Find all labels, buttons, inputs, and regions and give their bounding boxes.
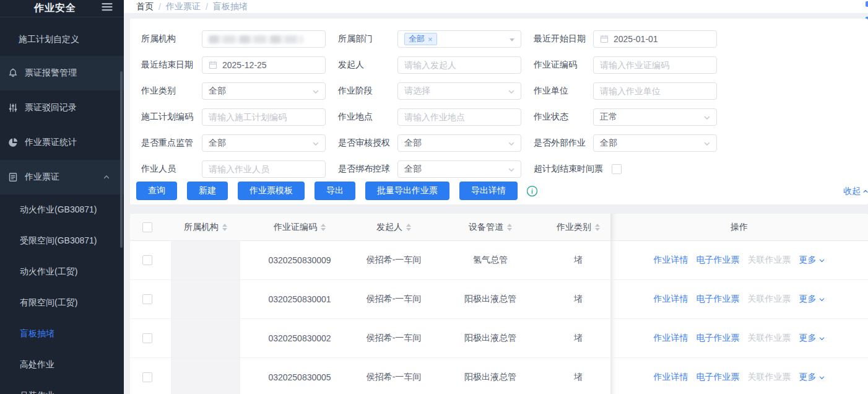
row-checkbox[interactable]	[142, 333, 152, 343]
plan-code-label: 施工计划编码	[141, 112, 202, 123]
sidebar-item-ticket-reject-log[interactable]: 票证驳回记录	[0, 90, 124, 125]
create-button[interactable]: 新建	[187, 182, 228, 200]
work-type-select[interactable]: 全部	[202, 82, 326, 100]
initiator-cell: 侯招希-一车间	[353, 280, 435, 318]
breadcrumb: 首页 / 作业票证 / 盲板抽堵	[124, 0, 868, 13]
header-org[interactable]: 所属机构	[165, 214, 246, 240]
sort-icon[interactable]	[406, 224, 411, 231]
work-detail-link[interactable]: 作业详情	[654, 333, 688, 344]
export-button[interactable]: 导出	[315, 182, 355, 200]
initiator-cell: 侯招希-一车间	[353, 241, 435, 279]
header-pipeline[interactable]: 设备管道	[435, 214, 546, 240]
work-detail-link[interactable]: 作业详情	[654, 372, 688, 383]
linked-ticket-link: 关联作业票	[748, 294, 791, 305]
sidebar-item-hot-work-gb[interactable]: 动火作业(GB30871)	[0, 195, 124, 225]
row-checkbox[interactable]	[142, 255, 152, 265]
results-table: 所属机构 作业证编码 发起人 设备管道 作业类别 操作 032025083000…	[130, 214, 868, 394]
more-link[interactable]: 更多	[799, 294, 825, 305]
dropdown-arrow-icon	[510, 38, 514, 42]
header-permit-code[interactable]: 作业证编码	[246, 214, 353, 240]
plan-code-input[interactable]	[202, 108, 326, 126]
sidebar-item-confined-space-gb[interactable]: 受限空间(GB30871)	[0, 225, 124, 256]
filter-panel: 所属机构 最近结束日期 2025-12-25 作业类别 全部 施工计划编码	[130, 19, 868, 204]
breadcrumb-work-tickets[interactable]: 作业票证	[166, 1, 201, 12]
e-ticket-link[interactable]: 电子作业票	[697, 372, 740, 383]
ticket-template-button[interactable]: 作业票模板	[238, 182, 305, 200]
e-ticket-link[interactable]: 电子作业票	[697, 255, 740, 266]
sort-icon[interactable]	[595, 224, 600, 231]
pipeline-cell: 氢气总管	[435, 241, 546, 279]
breadcrumb-blind-plate[interactable]: 盲板抽堵	[213, 1, 248, 12]
sidebar-scrollbar[interactable]	[120, 71, 123, 248]
sidebar-item-lifting-work[interactable]: 吊装作业	[0, 380, 124, 394]
work-status-select[interactable]: 正常	[593, 108, 717, 126]
external-work-select[interactable]: 全部	[593, 134, 717, 152]
work-type-cell: 堵	[546, 280, 610, 318]
select-all-checkbox[interactable]	[142, 222, 152, 232]
work-detail-link[interactable]: 作业详情	[654, 294, 688, 305]
permit-code-cell: 0320250830002	[246, 319, 353, 357]
hamburger-menu-icon[interactable]	[101, 1, 113, 13]
pipeline-cell: 阳极出液总管	[435, 280, 546, 318]
audit-auth-select[interactable]: 全部	[397, 134, 521, 152]
dept-label: 所属部门	[338, 33, 397, 45]
more-link[interactable]: 更多	[799, 372, 825, 383]
table-header-row: 所属机构 作业证编码 发起人 设备管道 作业类别 操作	[130, 214, 868, 241]
workers-label: 作业人员	[141, 164, 202, 175]
sidebar-item-ticket-statistics[interactable]: 作业票证统计	[0, 125, 124, 160]
end-date-picker[interactable]: 2025-12-25	[202, 56, 326, 74]
work-location-input[interactable]	[397, 108, 521, 126]
header-initiator[interactable]: 发起人	[353, 214, 435, 240]
start-date-label: 最近开始日期	[534, 33, 593, 45]
work-type-cell: 堵	[546, 319, 610, 357]
more-link[interactable]: 更多	[799, 333, 825, 344]
redacted-org	[171, 241, 240, 279]
sort-icon[interactable]	[222, 224, 227, 231]
sidebar-item-blind-plate[interactable]: 盲板抽堵	[0, 318, 124, 349]
org-input[interactable]	[202, 30, 326, 48]
breadcrumb-home[interactable]: 首页	[136, 1, 154, 12]
sidebar-item-limited-space-trade[interactable]: 有限空间(工贸)	[0, 287, 124, 318]
pipeline-cell: 阳极出液总管	[435, 358, 546, 394]
row-checkbox[interactable]	[142, 372, 152, 382]
redacted-org	[171, 358, 240, 394]
dept-multiselect[interactable]: 全部 ×	[397, 30, 521, 48]
info-icon[interactable]	[526, 185, 538, 197]
chevron-down-icon	[508, 166, 515, 173]
sort-icon[interactable]	[507, 224, 512, 231]
collapse-filters-link[interactable]: 收起	[843, 186, 863, 197]
sidebar-item-ticket-alarm[interactable]: 票证报警管理	[0, 56, 124, 90]
export-detail-button[interactable]: 导出详情	[459, 182, 518, 200]
overdue-checkbox[interactable]	[612, 164, 622, 174]
sidebar-item-hot-work-trade[interactable]: 动火作业(工贸)	[0, 256, 124, 287]
control-ball-select[interactable]: 全部	[397, 160, 521, 178]
e-ticket-link[interactable]: 电子作业票	[697, 294, 740, 305]
search-button[interactable]: 查询	[136, 182, 177, 200]
chevron-down-icon	[312, 140, 319, 147]
e-ticket-link[interactable]: 电子作业票	[697, 333, 740, 344]
pipeline-cell: 阳极出液总管	[435, 319, 546, 357]
sidebar-item-work-tickets[interactable]: 作业票证	[0, 160, 124, 195]
work-unit-input[interactable]	[593, 82, 717, 100]
chevron-down-icon	[818, 374, 825, 381]
row-checkbox[interactable]	[142, 294, 152, 304]
key-supervision-select[interactable]: 全部	[202, 134, 326, 152]
more-link[interactable]: 更多	[799, 255, 825, 266]
sidebar-item-height-work[interactable]: 高处作业	[0, 349, 124, 380]
chevron-down-icon	[818, 296, 825, 303]
initiator-input[interactable]	[397, 56, 521, 74]
table-row: 0320250830002 侯招希-一车间 阳极出液总管 堵 作业详情 电子作业…	[130, 319, 868, 358]
work-stage-select[interactable]: 请选择	[397, 82, 521, 100]
batch-export-button[interactable]: 批量导出作业票	[365, 182, 449, 200]
workers-input[interactable]	[202, 160, 326, 178]
start-date-picker[interactable]: 2025-01-01	[593, 30, 717, 48]
document-icon	[8, 172, 18, 182]
sort-icon[interactable]	[321, 224, 326, 231]
work-detail-link[interactable]: 作业详情	[654, 255, 688, 266]
close-icon[interactable]: ×	[428, 35, 433, 43]
header-work-type[interactable]: 作业类别	[546, 214, 610, 240]
sidebar-item-construction-plan[interactable]: 施工计划自定义	[0, 24, 124, 56]
chevron-down-icon	[703, 114, 711, 121]
permit-code-input[interactable]	[593, 56, 717, 74]
dept-tag: 全部 ×	[404, 33, 437, 45]
